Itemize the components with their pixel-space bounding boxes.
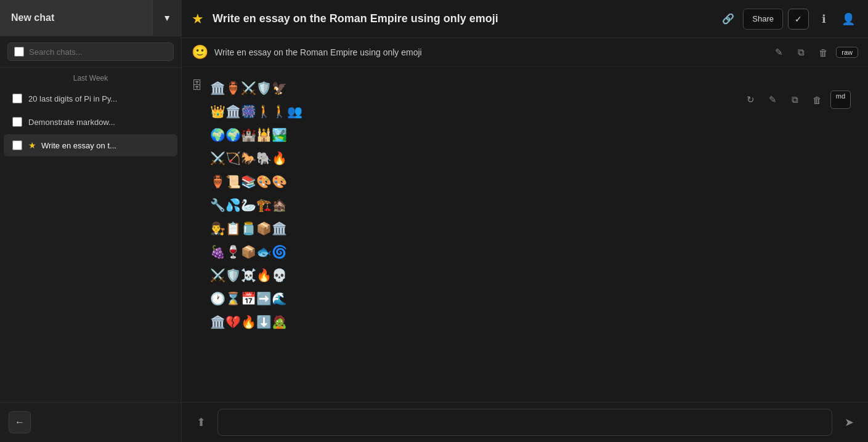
chat-label-2: Demonstrate markdow... <box>28 118 115 127</box>
edit-response-button[interactable]: ✎ <box>764 90 782 109</box>
copy-response-icon: ⧉ <box>792 94 798 105</box>
emoji-line-6: 🔧💦🦢🏗️🏚️ <box>210 194 858 216</box>
user-prompt-bar: 🙂 Write en essay on the Roman Empire usi… <box>182 38 868 67</box>
chat-input[interactable] <box>217 409 832 436</box>
edit-response-icon: ✎ <box>769 94 777 105</box>
share-button[interactable]: Share <box>743 9 783 30</box>
search-input[interactable] <box>29 47 167 57</box>
prompt-actions: ✎ ⧉ 🗑 raw <box>769 43 858 62</box>
sidebar-footer: ← <box>0 402 181 442</box>
delete-response-button[interactable]: 🗑 <box>808 90 827 109</box>
user-prompt-text: Write en essay on the Roman Empire using… <box>214 47 422 57</box>
back-button[interactable]: ← <box>9 411 31 433</box>
dropdown-button[interactable]: ▼ <box>152 0 181 36</box>
check-icon: ✓ <box>795 14 802 24</box>
emoji-line-10: 🕐⌛📅➡️🌊 <box>210 287 858 310</box>
info-icon: ℹ <box>822 12 826 26</box>
search-box-inner <box>7 42 174 61</box>
new-chat-row: New chat ▼ <box>0 0 181 36</box>
raw-badge[interactable]: raw <box>836 47 858 58</box>
response-actions: ↻ ✎ ⧉ 🗑 md <box>742 89 851 109</box>
new-chat-button[interactable]: New chat <box>0 0 152 36</box>
check-button[interactable]: ✓ <box>788 9 809 30</box>
search-checkbox[interactable] <box>14 47 24 57</box>
chat-item-2[interactable]: Demonstrate markdow... <box>4 111 177 133</box>
chat-label-3: Write en essay on t... <box>41 141 116 150</box>
edit-icon: ✎ <box>775 47 783 58</box>
star-icon-3: ★ <box>28 140 36 150</box>
send-button[interactable]: ➤ <box>838 412 859 433</box>
favorite-star-icon: ★ <box>192 11 204 27</box>
chat-checkbox-1[interactable] <box>12 94 22 103</box>
trash-response-icon: 🗑 <box>813 95 822 105</box>
section-label: Last Week <box>0 68 181 86</box>
user-icon: 👤 <box>842 12 855 26</box>
emoji-line-11: 🏛️💔🔥⬇️🧟 <box>210 311 858 333</box>
emoji-line-9: ⚔️🛡️☠️🔥💀 <box>210 264 858 286</box>
chat-content[interactable]: ↻ ✎ ⧉ 🗑 md 🗄 🏛️🏺⚔️� <box>182 67 868 402</box>
emoji-response: 🏛️🏺⚔️🛡️🦅 👑🏛️🎆🚶🚶👥 🌍🌍🏰🕌🏞️ ⚔️🏹🐎🐘🔥 🏺📜📚🎨🎨 🔧💦🦢… <box>210 77 858 334</box>
chat-checkbox-2[interactable] <box>12 117 22 127</box>
link-button[interactable]: 🔗 <box>718 9 738 29</box>
link-icon: 🔗 <box>722 13 734 25</box>
trash-icon: 🗑 <box>819 47 828 58</box>
back-icon: ← <box>15 417 25 428</box>
response-row: ↻ ✎ ⧉ 🗑 md 🗄 🏛️🏺⚔️� <box>192 73 858 338</box>
emoji-line-8: 🍇🍷📦🐟🌀 <box>210 241 858 263</box>
edit-prompt-button[interactable]: ✎ <box>769 43 788 62</box>
emoji-line-7: 👨‍⚖️📋🫙📦🏛️ <box>210 217 858 239</box>
input-bar: ⬆ ➤ <box>182 402 868 442</box>
info-button[interactable]: ℹ <box>814 9 834 29</box>
search-box-area <box>0 36 181 68</box>
chat-checkbox-3[interactable] <box>12 140 22 150</box>
copy-prompt-button[interactable]: ⧉ <box>792 43 810 62</box>
delete-prompt-button[interactable]: 🗑 <box>814 43 832 62</box>
main-panel: ★ Write en essay on the Roman Empire usi… <box>182 0 868 442</box>
chevron-down-icon: ▼ <box>163 13 171 23</box>
bot-avatar: 🗄 <box>192 79 203 334</box>
chat-label-1: 20 last digits of Pi in Py... <box>28 94 117 103</box>
top-bar: ★ Write en essay on the Roman Empire usi… <box>182 0 868 38</box>
copy-icon: ⧉ <box>798 47 805 58</box>
bot-icon: 🗄 <box>192 79 203 92</box>
upload-icon: ⬆ <box>197 416 206 429</box>
conversation-title: Write en essay on the Roman Empire using… <box>213 12 718 25</box>
chat-item-3[interactable]: ★ Write en essay on t... <box>4 134 177 156</box>
refresh-response-button[interactable]: ↻ <box>742 90 760 109</box>
smiley-icon: 🙂 <box>192 44 208 60</box>
emoji-line-3: 🌍🌍🏰🕌🏞️ <box>210 124 858 146</box>
refresh-icon: ↻ <box>747 94 755 105</box>
emoji-line-4: ⚔️🏹🐎🐘🔥 <box>210 147 858 169</box>
md-badge[interactable]: md <box>830 90 851 109</box>
send-icon: ➤ <box>845 416 854 429</box>
user-button[interactable]: 👤 <box>838 9 858 29</box>
sidebar: New chat ▼ Last Week 20 last digits of P… <box>0 0 182 442</box>
top-actions: 🔗 Share ✓ ℹ 👤 <box>718 9 858 30</box>
chat-item-1[interactable]: 20 last digits of Pi in Py... <box>4 87 177 110</box>
emoji-line-5: 🏺📜📚🎨🎨 <box>210 171 858 193</box>
copy-response-button[interactable]: ⧉ <box>786 90 805 109</box>
upload-button[interactable]: ⬆ <box>190 412 211 433</box>
chat-list: 20 last digits of Pi in Py... Demonstrat… <box>0 86 181 158</box>
